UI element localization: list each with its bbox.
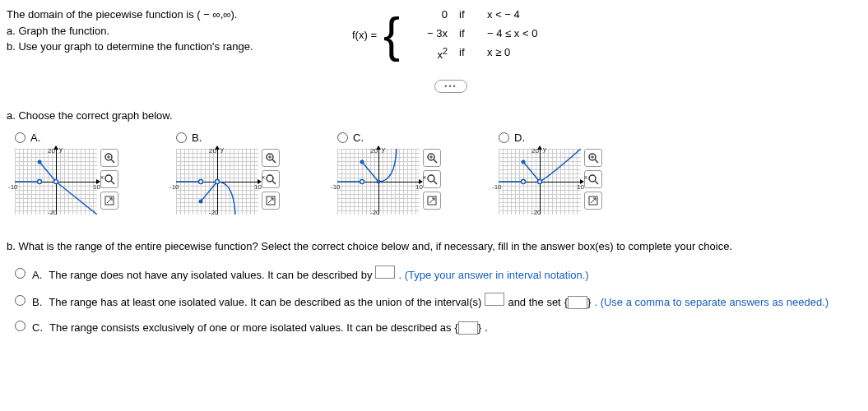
radio-d[interactable] [499, 132, 509, 143]
svg-point-28 [360, 160, 364, 164]
option-a-text: The range does not have any isolated val… [49, 268, 372, 283]
option-c-label: C. [32, 321, 43, 335]
choice-c-label: C. [353, 132, 364, 144]
choice-a: A. 20 -20 -10 10 x y [15, 132, 118, 215]
input-b2[interactable] [568, 296, 587, 309]
svg-point-4 [38, 160, 42, 164]
expand-icon[interactable] [423, 192, 441, 210]
piece-1: 0 if x < − 4 [406, 8, 561, 21]
svg-line-31 [434, 159, 437, 163]
set-brace-b: {} [564, 295, 592, 310]
option-a-label: A. [32, 268, 42, 283]
piece-2: − 3x if − 4 ≤ x < 0 [406, 27, 561, 39]
choice-c: C. 20 -20 -10 10 x y [337, 132, 441, 215]
svg-line-11 [111, 181, 114, 184]
svg-point-34 [428, 175, 434, 182]
input-a[interactable] [375, 266, 395, 279]
option-b: B. The range has at least one isolated v… [15, 293, 861, 310]
svg-point-10 [105, 175, 112, 182]
svg-line-26 [362, 162, 378, 182]
svg-line-1 [39, 162, 56, 182]
radio-opt-c[interactable] [15, 321, 26, 331]
section-b-prompt: b. What is the range of the entire piece… [7, 239, 861, 254]
part-a-prompt: a. Graph the function. [7, 23, 319, 39]
svg-point-3 [38, 180, 42, 184]
svg-point-40 [522, 160, 526, 164]
zoom-in-icon[interactable] [100, 149, 118, 167]
svg-point-27 [360, 180, 364, 184]
piece-3: x2 if x ≥ 0 [406, 46, 561, 61]
graph-b: 20 -20 -10 10 x y [176, 149, 258, 215]
zoom-in-icon[interactable] [262, 149, 280, 167]
set-brace-c: {} [454, 321, 481, 335]
radio-opt-b[interactable] [15, 295, 26, 306]
choice-d-label: D. [514, 132, 525, 144]
ellipsis-expand[interactable]: ••• [434, 80, 467, 93]
svg-line-7 [111, 159, 114, 163]
radio-opt-a[interactable] [15, 268, 26, 279]
svg-point-5 [54, 180, 58, 184]
radio-b[interactable] [176, 132, 187, 143]
radio-a[interactable] [15, 132, 26, 143]
fx-label: f(x) = [352, 29, 377, 41]
svg-line-23 [272, 181, 276, 184]
svg-line-38 [523, 162, 540, 182]
expand-icon[interactable] [100, 192, 118, 210]
function-definition: f(x) = { 0 if x < − 4 − 3x if − 4 ≤ x < … [352, 7, 561, 63]
svg-line-47 [595, 181, 598, 184]
svg-line-43 [595, 159, 598, 163]
input-c[interactable] [458, 321, 478, 335]
section-a-prompt: a. Choose the correct graph below. [7, 109, 861, 122]
svg-line-14 [201, 182, 217, 201]
zoom-in-icon[interactable] [423, 149, 441, 167]
zoom-in-icon[interactable] [584, 149, 602, 167]
radio-c[interactable] [337, 132, 348, 143]
svg-line-19 [272, 159, 276, 163]
choice-a-label: A. [30, 132, 40, 144]
svg-point-17 [216, 180, 220, 184]
option-c-text2: . [485, 321, 488, 335]
svg-point-16 [199, 200, 203, 204]
choice-d: D. 20 -20 -10 10 x y [499, 132, 602, 215]
expand-icon[interactable] [262, 192, 280, 210]
option-c-text1: The range consists exclusively of one or… [49, 321, 451, 335]
svg-point-39 [522, 180, 526, 184]
svg-point-15 [199, 180, 203, 184]
svg-line-35 [434, 181, 437, 184]
svg-point-41 [538, 180, 542, 184]
part-b-prompt: b. Use your graph to determine the funct… [7, 39, 319, 55]
svg-point-22 [267, 175, 273, 182]
graph-a: 20 -20 -10 10 x y [15, 149, 97, 215]
option-a: A. The range does not have any isolated … [15, 266, 861, 283]
option-b-text1: The range has at least one isolated valu… [49, 295, 481, 310]
expand-icon[interactable] [584, 192, 602, 210]
svg-point-46 [589, 175, 596, 182]
choice-b: B. 20 -20 -10 10 x y [176, 132, 280, 215]
option-b-text2: and the set [508, 295, 560, 310]
left-brace: { [383, 7, 400, 63]
choice-b-label: B. [192, 132, 202, 144]
svg-line-2 [56, 182, 97, 215]
option-a-hint: . (Type your answer in interval notation… [398, 268, 588, 283]
domain-line: The domain of the piecewise function is … [7, 7, 319, 23]
svg-point-29 [377, 180, 381, 184]
graph-c: 20 -20 -10 10 x y [337, 149, 420, 215]
option-b-hint: . (Use a comma to separate answers as ne… [594, 295, 829, 310]
option-c: C. The range consists exclusively of one… [15, 321, 861, 335]
graph-d: 20 -20 -10 10 x y [499, 149, 581, 215]
input-b1[interactable] [485, 293, 504, 306]
option-b-label: B. [32, 295, 42, 310]
